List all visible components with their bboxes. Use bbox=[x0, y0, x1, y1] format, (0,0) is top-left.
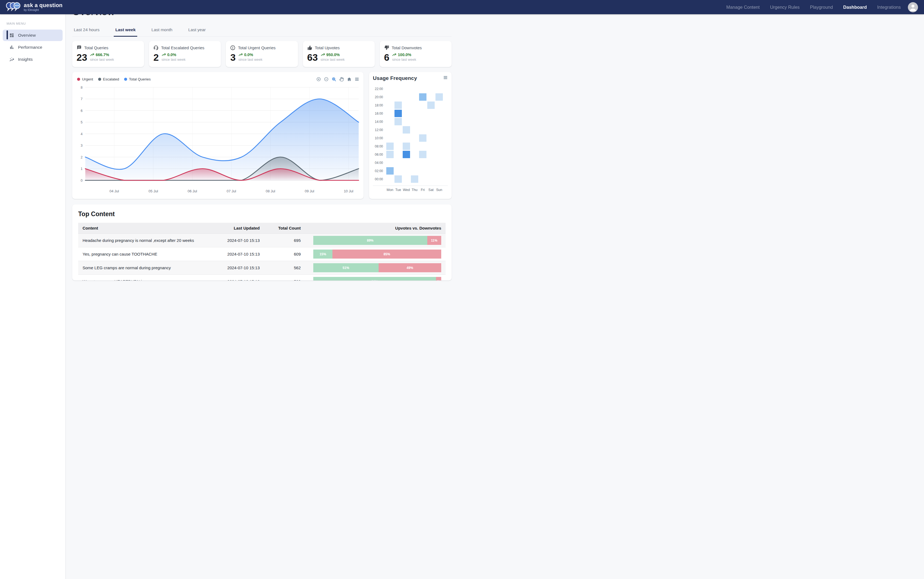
heatmap-cell-tue-00-00[interactable] bbox=[394, 175, 402, 183]
heatmap-cell-sun-08-00[interactable] bbox=[435, 142, 443, 150]
heatmap-cell-thu-14-00[interactable] bbox=[411, 118, 418, 125]
heatmap-cell-sat-00-00[interactable] bbox=[427, 175, 435, 183]
heatmap-cell-mon-00-00[interactable] bbox=[386, 175, 394, 183]
brand[interactable]: ask a question by IDinsight bbox=[6, 2, 63, 13]
heatmap-cell-tue-20-00[interactable] bbox=[394, 93, 402, 101]
heatmap-cell-sun-12-00[interactable] bbox=[435, 126, 443, 134]
heatmap-cell-thu-08-00[interactable] bbox=[411, 142, 418, 150]
heatmap-cell-sat-02-00[interactable] bbox=[427, 167, 435, 175]
heatmap-cell-sun-06-00[interactable] bbox=[435, 151, 443, 158]
heatmap-cell-tue-22-00[interactable] bbox=[394, 85, 402, 93]
heatmap-cell-tue-14-00[interactable] bbox=[394, 118, 402, 125]
heatmap-cell-thu-18-00[interactable] bbox=[411, 101, 418, 109]
heatmap-cell-fri-04-00[interactable] bbox=[419, 159, 427, 166]
heatmap-cell-wed-20-00[interactable] bbox=[403, 93, 410, 101]
pan-icon[interactable] bbox=[339, 77, 344, 82]
heatmap-cell-mon-02-00[interactable] bbox=[386, 167, 394, 175]
heatmap-cell-sun-20-00[interactable] bbox=[435, 93, 443, 101]
heatmap-cell-wed-16-00[interactable] bbox=[403, 110, 410, 117]
heatmap-cell-mon-08-00[interactable] bbox=[386, 142, 394, 150]
heatmap-cell-sun-02-00[interactable] bbox=[435, 167, 443, 175]
legend-item-urgent[interactable]: Urgent bbox=[77, 77, 93, 81]
heatmap-cell-mon-22-00[interactable] bbox=[386, 85, 394, 93]
heatmap-cell-fri-14-00[interactable] bbox=[419, 118, 427, 125]
heatmap-cell-fri-16-00[interactable] bbox=[419, 110, 427, 117]
zoom-in-circle-icon[interactable] bbox=[316, 77, 321, 82]
tab-last-month[interactable]: Last month bbox=[150, 25, 174, 37]
heatmap-cell-sun-16-00[interactable] bbox=[435, 110, 443, 117]
heatmap-cell-thu-02-00[interactable] bbox=[411, 167, 418, 175]
tab-last-year[interactable]: Last year bbox=[187, 25, 207, 37]
heatmap-cell-tue-06-00[interactable] bbox=[394, 151, 402, 158]
heatmap-cell-tue-12-00[interactable] bbox=[394, 126, 402, 134]
tab-last-24-hours[interactable]: Last 24 hours bbox=[72, 25, 101, 37]
tab-last-week[interactable]: Last week bbox=[114, 25, 137, 37]
heatmap-cell-thu-06-00[interactable] bbox=[411, 151, 418, 158]
heatmap-cell-wed-00-00[interactable] bbox=[403, 175, 410, 183]
heatmap-cell-mon-18-00[interactable] bbox=[386, 101, 394, 109]
heatmap-cell-wed-08-00[interactable] bbox=[403, 142, 410, 150]
heatmap-cell-wed-12-00[interactable] bbox=[403, 126, 410, 134]
heatmap-cell-sun-22-00[interactable] bbox=[435, 85, 443, 93]
heatmap-cell-tue-18-00[interactable] bbox=[394, 101, 402, 109]
legend-item-escalated[interactable]: Escalated bbox=[98, 77, 119, 81]
heatmap-cell-sun-04-00[interactable] bbox=[435, 159, 443, 166]
heatmap-cell-thu-12-00[interactable] bbox=[411, 126, 418, 134]
heatmap-cell-sat-14-00[interactable] bbox=[427, 118, 435, 125]
heatmap-cell-sat-04-00[interactable] bbox=[427, 159, 435, 166]
heatmap-cell-thu-22-00[interactable] bbox=[411, 85, 418, 93]
heatmap-cell-sat-22-00[interactable] bbox=[427, 85, 435, 93]
menu-icon[interactable] bbox=[443, 75, 448, 80]
heatmap-cell-fri-02-00[interactable] bbox=[419, 167, 427, 175]
heatmap-cell-fri-20-00[interactable] bbox=[419, 93, 427, 101]
heatmap-cell-wed-06-00[interactable] bbox=[403, 151, 410, 158]
table-row[interactable]: Headache during pregnancy is normal ,exc… bbox=[78, 234, 446, 247]
legend-item-total-queries[interactable]: Total Queries bbox=[124, 77, 151, 81]
heatmap-cell-mon-14-00[interactable] bbox=[386, 118, 394, 125]
heatmap-cell-sat-12-00[interactable] bbox=[427, 126, 435, 134]
heatmap-cell-mon-16-00[interactable] bbox=[386, 110, 394, 117]
heatmap-cell-tue-10-00[interactable] bbox=[394, 134, 402, 142]
table-row[interactable]: Some LEG cramps are normal during pregna… bbox=[78, 261, 446, 275]
heatmap-cell-sun-10-00[interactable] bbox=[435, 134, 443, 142]
sidebar-item-overview[interactable]: Overview bbox=[3, 29, 63, 41]
sidebar-item-performance[interactable]: Performance bbox=[3, 42, 63, 53]
heatmap-cell-fri-08-00[interactable] bbox=[419, 142, 427, 150]
heatmap-cell-thu-20-00[interactable] bbox=[411, 93, 418, 101]
heatmap-cell-tue-08-00[interactable] bbox=[394, 142, 402, 150]
heatmap-cell-fri-18-00[interactable] bbox=[419, 101, 427, 109]
heatmap-cell-wed-18-00[interactable] bbox=[403, 101, 410, 109]
heatmap-cell-mon-20-00[interactable] bbox=[386, 93, 394, 101]
heatmap-cell-sat-10-00[interactable] bbox=[427, 134, 435, 142]
heatmap-cell-fri-10-00[interactable] bbox=[419, 134, 427, 142]
heatmap-cell-mon-10-00[interactable] bbox=[386, 134, 394, 142]
heatmap-cell-sat-16-00[interactable] bbox=[427, 110, 435, 117]
selection-zoom-icon[interactable] bbox=[332, 77, 336, 82]
heatmap-cell-wed-22-00[interactable] bbox=[403, 85, 410, 93]
zoom-out-circle-icon[interactable] bbox=[324, 77, 329, 82]
heatmap-cell-thu-04-00[interactable] bbox=[411, 159, 418, 166]
heatmap-cell-sat-06-00[interactable] bbox=[427, 151, 435, 158]
heatmap-cell-tue-02-00[interactable] bbox=[394, 167, 402, 175]
heatmap-cell-thu-10-00[interactable] bbox=[411, 134, 418, 142]
heatmap-cell-thu-16-00[interactable] bbox=[411, 110, 418, 117]
table-row[interactable]: Yes, pregnancy can cause TOOTHACHE2024-0… bbox=[78, 247, 446, 261]
heatmap-cell-wed-04-00[interactable] bbox=[403, 159, 410, 166]
heatmap-cell-wed-10-00[interactable] bbox=[403, 134, 410, 142]
heatmap-cell-sat-20-00[interactable] bbox=[427, 93, 435, 101]
heatmap-cell-mon-12-00[interactable] bbox=[386, 126, 394, 134]
home-icon[interactable] bbox=[347, 77, 352, 82]
heatmap-cell-sat-18-00[interactable] bbox=[427, 101, 435, 109]
heatmap-cell-sat-08-00[interactable] bbox=[427, 142, 435, 150]
heatmap-cell-wed-02-00[interactable] bbox=[403, 167, 410, 175]
sidebar-item-insights[interactable]: Insights bbox=[3, 54, 63, 65]
table-row[interactable]: Ways to manage HEARTBURN in pregnancy202… bbox=[78, 275, 446, 281]
heatmap-cell-sun-18-00[interactable] bbox=[435, 101, 443, 109]
heatmap-cell-tue-04-00[interactable] bbox=[394, 159, 402, 166]
heatmap-cell-fri-00-00[interactable] bbox=[419, 175, 427, 183]
heatmap-cell-mon-04-00[interactable] bbox=[386, 159, 394, 166]
heatmap-cell-mon-06-00[interactable] bbox=[386, 151, 394, 158]
heatmap-cell-fri-22-00[interactable] bbox=[419, 85, 427, 93]
heatmap-cell-fri-12-00[interactable] bbox=[419, 126, 427, 134]
heatmap-cell-wed-14-00[interactable] bbox=[403, 118, 410, 125]
